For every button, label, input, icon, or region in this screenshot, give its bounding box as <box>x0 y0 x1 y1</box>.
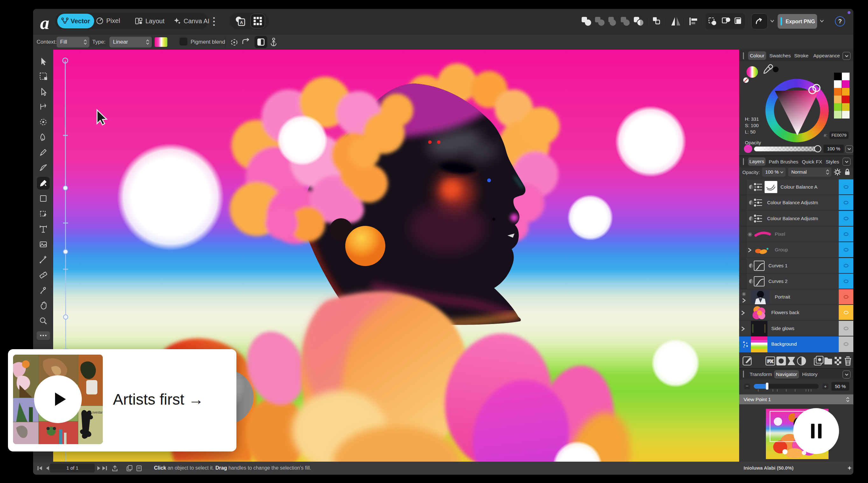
svg-text:A: A <box>240 20 243 25</box>
svg-text:FX: FX <box>767 359 773 364</box>
svg-text:Lovestar: Lovestar <box>90 411 103 414</box>
